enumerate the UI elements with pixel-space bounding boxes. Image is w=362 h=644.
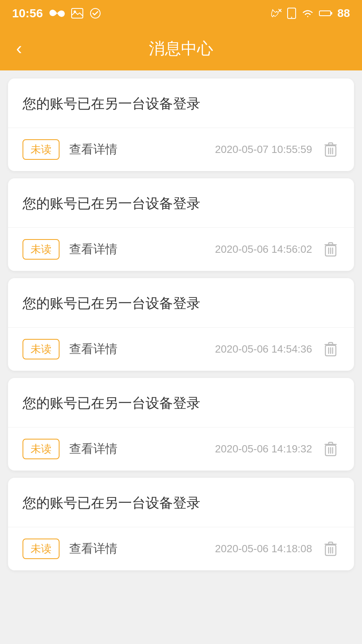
svg-point-2 — [90, 8, 100, 18]
message-action-row: 未读 查看详情 2020-05-06 14:19:32 — [8, 427, 354, 471]
delete-button[interactable] — [322, 339, 339, 359]
message-title-row: 您的账号已在另一台设备登录 — [8, 178, 354, 228]
message-action-row: 未读 查看详情 2020-05-07 10:55:59 — [8, 128, 354, 171]
unread-badge: 未读 — [23, 539, 60, 559]
message-card: 您的账号已在另一台设备登录 未读 查看详情 2020-05-06 14:54:3… — [8, 278, 354, 371]
message-list: 您的账号已在另一台设备登录 未读 查看详情 2020-05-07 10:55:5… — [0, 70, 362, 578]
message-left: 未读 查看详情 — [23, 239, 117, 260]
message-left: 未读 查看详情 — [23, 139, 117, 160]
status-time: 10:56 — [12, 6, 43, 20]
unread-badge: 未读 — [23, 339, 60, 359]
tablet-icon — [287, 7, 296, 19]
message-card: 您的账号已在另一台设备登录 未读 查看详情 2020-05-06 14:18:0… — [8, 478, 354, 570]
svg-point-6 — [291, 17, 292, 18]
delete-button[interactable] — [322, 539, 339, 559]
message-timestamp: 2020-05-06 14:19:32 — [215, 443, 312, 455]
svg-rect-8 — [331, 12, 332, 14]
delete-button[interactable] — [322, 140, 339, 160]
svg-rect-7 — [319, 11, 331, 16]
view-detail-button[interactable]: 查看详情 — [69, 241, 117, 258]
message-timestamp: 2020-05-07 10:55:59 — [215, 143, 312, 156]
status-right: 88 — [271, 7, 350, 20]
message-title-row: 您的账号已在另一台设备登录 — [8, 378, 354, 427]
message-title: 您的账号已在另一台设备登录 — [23, 295, 200, 311]
message-left: 未读 查看详情 — [23, 339, 117, 359]
message-left: 未读 查看详情 — [23, 539, 117, 559]
message-card: 您的账号已在另一台设备登录 未读 查看详情 2020-05-06 14:19:3… — [8, 378, 354, 471]
page-title: 消息中心 — [149, 37, 213, 60]
message-action-row: 未读 查看详情 2020-05-06 14:56:02 — [8, 228, 354, 271]
message-title: 您的账号已在另一台设备登录 — [23, 96, 200, 111]
view-detail-button[interactable]: 查看详情 — [69, 441, 117, 457]
message-timestamp: 2020-05-06 14:56:02 — [215, 243, 312, 256]
message-left: 未读 查看详情 — [23, 439, 117, 459]
message-card: 您的账号已在另一台设备登录 未读 查看详情 2020-05-07 10:55:5… — [8, 78, 354, 171]
status-bar: 10:56 — [0, 0, 362, 26]
battery-empty-icon — [319, 10, 333, 17]
trash-icon — [323, 341, 338, 358]
trash-icon — [323, 241, 338, 258]
message-action-row: 未读 查看详情 2020-05-06 14:54:36 — [8, 328, 354, 371]
trash-icon — [323, 541, 338, 557]
trash-icon — [323, 441, 338, 458]
message-title: 您的账号已在另一台设备登录 — [23, 196, 200, 211]
message-card: 您的账号已在另一台设备登录 未读 查看详情 2020-05-06 14:56:0… — [8, 178, 354, 271]
message-title-row: 您的账号已在另一台设备登录 — [8, 78, 354, 128]
view-detail-button[interactable]: 查看详情 — [69, 141, 117, 158]
check-circle-icon — [90, 8, 101, 19]
header: ‹ 消息中心 — [0, 26, 362, 70]
message-right: 2020-05-06 14:54:36 — [215, 339, 339, 359]
message-title-row: 您的账号已在另一台设备登录 — [8, 478, 354, 527]
unread-badge: 未读 — [23, 239, 60, 260]
phone-muted-icon — [271, 8, 282, 19]
delete-button[interactable] — [322, 239, 339, 260]
message-title-row: 您的账号已在另一台设备登录 — [8, 278, 354, 328]
message-action-row: 未读 查看详情 2020-05-06 14:18:08 — [8, 527, 354, 570]
message-title: 您的账号已在另一台设备登录 — [23, 395, 200, 411]
message-title: 您的账号已在另一台设备登录 — [23, 495, 200, 510]
unread-badge: 未读 — [23, 439, 60, 459]
wifi-icon — [301, 8, 314, 18]
battery-percentage: 88 — [337, 7, 350, 20]
infinity-icon — [49, 9, 65, 18]
trash-icon — [323, 141, 338, 158]
back-button[interactable]: ‹ — [16, 39, 22, 57]
image-icon — [71, 8, 83, 19]
delete-button[interactable] — [322, 439, 339, 459]
status-left: 10:56 — [12, 6, 101, 20]
message-timestamp: 2020-05-06 14:18:08 — [215, 543, 312, 555]
message-right: 2020-05-07 10:55:59 — [215, 140, 339, 160]
unread-badge: 未读 — [23, 139, 60, 160]
view-detail-button[interactable]: 查看详情 — [69, 341, 117, 357]
message-timestamp: 2020-05-06 14:54:36 — [215, 343, 312, 355]
view-detail-button[interactable]: 查看详情 — [69, 541, 117, 557]
message-right: 2020-05-06 14:56:02 — [215, 239, 339, 260]
message-right: 2020-05-06 14:18:08 — [215, 539, 339, 559]
message-right: 2020-05-06 14:19:32 — [215, 439, 339, 459]
